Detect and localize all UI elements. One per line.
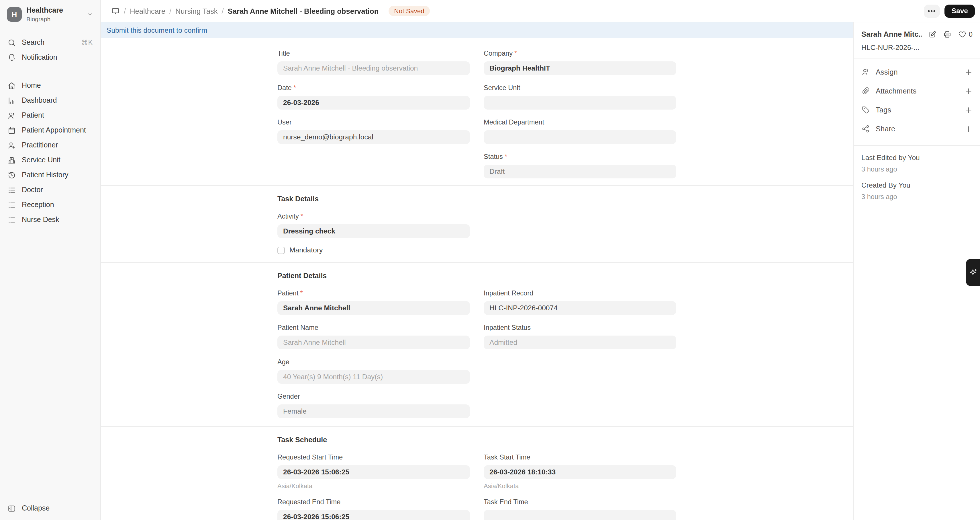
more-menu-button[interactable]: ••• (924, 4, 940, 18)
breadcrumb: / Healthcare / Nursing Task / Sarah Anne… (111, 6, 430, 16)
share-add-button[interactable] (964, 125, 972, 133)
task-end-time-field[interactable] (484, 510, 676, 520)
title-field[interactable]: Sarah Anne Mitchell - Bleeding observati… (277, 61, 470, 75)
sidebar-item-practitioner[interactable]: Practitioner (0, 138, 100, 153)
sidebar: H Healthcare Biograph Search ⌘K Notifica… (0, 0, 101, 520)
status-field[interactable]: Draft (484, 164, 676, 179)
field-label-task-start-time: Task Start Time (484, 453, 676, 461)
field-label-date: Date* (277, 84, 470, 92)
inpatient-status-field[interactable]: Admitted (484, 336, 676, 349)
breadcrumb-link-healthcare[interactable]: Healthcare (130, 6, 165, 15)
breadcrumb-separator: / (222, 6, 224, 15)
users-icon (861, 68, 870, 76)
hospital-icon (8, 156, 16, 164)
attachment-add-button[interactable] (964, 87, 972, 95)
activity-field[interactable]: Dressing check (277, 224, 470, 238)
timezone-note: Asia/Kolkata (277, 482, 470, 489)
tags-row[interactable]: Tags (861, 100, 972, 119)
collapse-sidebar-icon (8, 504, 16, 512)
submit-banner-link[interactable]: Submit this document to confirm (107, 26, 207, 34)
workspace-name: Healthcare (26, 6, 63, 14)
date-field[interactable]: 26-03-2026 (277, 96, 470, 110)
main-content: Submit this document to confirm Title Sa… (101, 22, 853, 520)
home-icon (8, 81, 16, 90)
field-label-title: Title (277, 49, 470, 57)
assign-row[interactable]: Assign (861, 62, 972, 81)
medical-department-field[interactable] (484, 130, 676, 144)
edit-title-button[interactable] (929, 30, 937, 38)
users-icon (8, 111, 16, 120)
bar-chart-icon (8, 96, 16, 105)
doc-id: HLC-NUR-2026-... (861, 44, 972, 52)
list-icon (8, 201, 16, 209)
sidebar-item-dashboard[interactable]: Dashboard (0, 93, 100, 108)
breadcrumb-separator: / (124, 6, 126, 15)
sidebar-item-patient-appointment[interactable]: Patient Appointment (0, 123, 100, 138)
print-button[interactable] (943, 30, 951, 38)
sidebar-item-notification[interactable]: Notification (0, 50, 100, 65)
sidebar-item-reception[interactable]: Reception (0, 198, 100, 212)
bell-icon (8, 53, 16, 62)
sidebar-item-doctor[interactable]: Doctor (0, 183, 100, 198)
field-label-medical-department: Medical Department (484, 118, 676, 126)
sidebar-item-nurse-desk[interactable]: Nurse Desk (0, 212, 100, 227)
field-label-age: Age (277, 358, 470, 366)
workspace-subtitle: Biograph (26, 16, 63, 23)
ai-assistant-tab[interactable] (966, 259, 980, 286)
company-field[interactable]: Biograph HealthIT (484, 61, 676, 75)
workspace-avatar: H (7, 7, 22, 22)
field-label-requested-start-time: Requested Start Time (277, 453, 470, 461)
user-field[interactable]: nurse_demo@biograph.local (277, 130, 470, 144)
submit-banner: Submit this document to confirm (101, 22, 853, 38)
sidebar-item-label: Practitioner (22, 141, 58, 150)
sidebar-item-patient[interactable]: Patient (0, 108, 100, 123)
doc-title: Sarah Anne Mitc... (861, 30, 922, 38)
sidebar-item-label: Dashboard (22, 97, 57, 105)
share-row[interactable]: Share (861, 119, 972, 138)
assign-add-button[interactable] (964, 68, 972, 76)
chevron-down-icon[interactable] (86, 11, 94, 18)
like-count: 0 (969, 30, 972, 38)
section-heading-patient-details: Patient Details (277, 272, 676, 280)
age-field[interactable]: 40 Year(s) 9 Month(s) 11 Day(s) (277, 370, 470, 384)
sidebar-nav: Search ⌘K Notification Home Dashboard Pa… (0, 35, 100, 227)
search-shortcut: ⌘K (81, 39, 93, 47)
timezone-note: Asia/Kolkata (484, 482, 676, 489)
app-window: H Healthcare Biograph Search ⌘K Notifica… (0, 0, 980, 520)
sidebar-item-label: Patient Appointment (22, 126, 86, 134)
requested-start-time-field[interactable]: 26-03-2026 15:06:25 (277, 465, 470, 479)
list-icon (8, 216, 16, 224)
inpatient-record-field[interactable]: HLC-INP-2026-00074 (484, 301, 676, 315)
patient-field[interactable]: Sarah Anne Mitchell (277, 301, 470, 315)
field-label-requested-end-time: Requested End Time (277, 498, 470, 506)
like-button[interactable]: 0 (959, 30, 972, 38)
field-label-patient-name: Patient Name (277, 324, 470, 332)
requested-end-time-field[interactable]: 26-03-2026 15:06:25 (277, 510, 470, 520)
patient-name-field[interactable]: Sarah Anne Mitchell (277, 336, 470, 349)
workspace-switcher[interactable]: H Healthcare Biograph (0, 0, 100, 27)
save-button[interactable]: Save (945, 4, 975, 18)
breadcrumb-link-nursing-task[interactable]: Nursing Task (175, 6, 218, 15)
paperclip-icon (861, 87, 870, 95)
sidebar-item-search[interactable]: Search ⌘K (0, 35, 100, 50)
attachments-row[interactable]: Attachments (861, 81, 972, 100)
sidebar-item-label: Home (22, 82, 41, 90)
mandatory-checkbox-row[interactable]: Mandatory (277, 246, 676, 254)
mandatory-checkbox-label: Mandatory (290, 246, 323, 254)
mandatory-checkbox[interactable] (277, 246, 285, 254)
sidebar-item-patient-history[interactable]: Patient History (0, 168, 100, 183)
tag-add-button[interactable] (964, 106, 972, 114)
service-unit-field[interactable] (484, 96, 676, 110)
sidebar-item-service-unit[interactable]: Service Unit (0, 153, 100, 168)
field-label-inpatient-record: Inpatient Record (484, 289, 676, 297)
field-label-company: Company* (484, 49, 676, 57)
sidebar-item-home[interactable]: Home (0, 78, 100, 93)
field-label-status: Status* (484, 153, 676, 161)
calendar-icon (8, 126, 16, 135)
status-badge: Not Saved (388, 6, 430, 16)
task-start-time-field[interactable]: 26-03-2026 18:10:33 (484, 465, 676, 479)
list-icon (8, 186, 16, 195)
sidebar-collapse-button[interactable]: Collapse (0, 496, 100, 520)
breadcrumb-separator: / (169, 6, 171, 15)
gender-field[interactable]: Female (277, 404, 470, 418)
